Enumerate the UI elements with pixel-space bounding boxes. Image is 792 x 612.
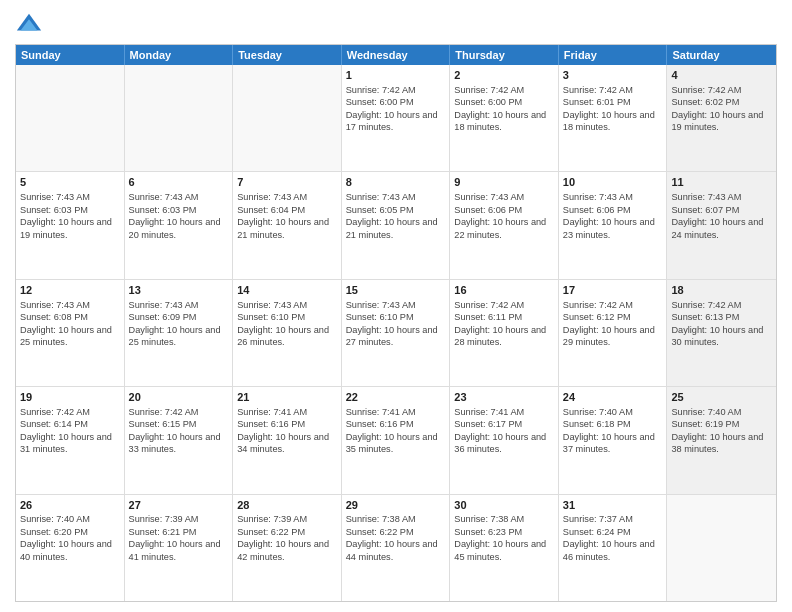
day-number: 3 bbox=[563, 68, 663, 83]
day-info: Sunrise: 7:39 AM Sunset: 6:22 PM Dayligh… bbox=[237, 513, 337, 563]
day-info: Sunrise: 7:42 AM Sunset: 6:14 PM Dayligh… bbox=[20, 406, 120, 456]
weekday-header-thursday: Thursday bbox=[450, 45, 559, 65]
day-cell-7: 7Sunrise: 7:43 AM Sunset: 6:04 PM Daylig… bbox=[233, 172, 342, 278]
day-number: 31 bbox=[563, 498, 663, 513]
day-number: 22 bbox=[346, 390, 446, 405]
day-info: Sunrise: 7:40 AM Sunset: 6:20 PM Dayligh… bbox=[20, 513, 120, 563]
day-cell-19: 19Sunrise: 7:42 AM Sunset: 6:14 PM Dayli… bbox=[16, 387, 125, 493]
logo bbox=[15, 10, 47, 38]
day-info: Sunrise: 7:43 AM Sunset: 6:08 PM Dayligh… bbox=[20, 299, 120, 349]
day-number: 6 bbox=[129, 175, 229, 190]
day-cell-31: 31Sunrise: 7:37 AM Sunset: 6:24 PM Dayli… bbox=[559, 495, 668, 601]
weekday-header-tuesday: Tuesday bbox=[233, 45, 342, 65]
day-info: Sunrise: 7:43 AM Sunset: 6:10 PM Dayligh… bbox=[346, 299, 446, 349]
header bbox=[15, 10, 777, 38]
day-number: 4 bbox=[671, 68, 772, 83]
day-info: Sunrise: 7:42 AM Sunset: 6:00 PM Dayligh… bbox=[454, 84, 554, 134]
day-cell-17: 17Sunrise: 7:42 AM Sunset: 6:12 PM Dayli… bbox=[559, 280, 668, 386]
empty-cell-4-6 bbox=[667, 495, 776, 601]
day-info: Sunrise: 7:38 AM Sunset: 6:23 PM Dayligh… bbox=[454, 513, 554, 563]
day-cell-18: 18Sunrise: 7:42 AM Sunset: 6:13 PM Dayli… bbox=[667, 280, 776, 386]
day-info: Sunrise: 7:43 AM Sunset: 6:07 PM Dayligh… bbox=[671, 191, 772, 241]
day-info: Sunrise: 7:41 AM Sunset: 6:16 PM Dayligh… bbox=[346, 406, 446, 456]
day-cell-10: 10Sunrise: 7:43 AM Sunset: 6:06 PM Dayli… bbox=[559, 172, 668, 278]
day-info: Sunrise: 7:41 AM Sunset: 6:17 PM Dayligh… bbox=[454, 406, 554, 456]
day-number: 2 bbox=[454, 68, 554, 83]
day-cell-24: 24Sunrise: 7:40 AM Sunset: 6:18 PM Dayli… bbox=[559, 387, 668, 493]
day-info: Sunrise: 7:42 AM Sunset: 6:01 PM Dayligh… bbox=[563, 84, 663, 134]
day-number: 21 bbox=[237, 390, 337, 405]
day-number: 23 bbox=[454, 390, 554, 405]
day-number: 10 bbox=[563, 175, 663, 190]
day-info: Sunrise: 7:43 AM Sunset: 6:04 PM Dayligh… bbox=[237, 191, 337, 241]
day-number: 26 bbox=[20, 498, 120, 513]
day-info: Sunrise: 7:43 AM Sunset: 6:06 PM Dayligh… bbox=[563, 191, 663, 241]
day-info: Sunrise: 7:43 AM Sunset: 6:05 PM Dayligh… bbox=[346, 191, 446, 241]
day-cell-23: 23Sunrise: 7:41 AM Sunset: 6:17 PM Dayli… bbox=[450, 387, 559, 493]
day-info: Sunrise: 7:37 AM Sunset: 6:24 PM Dayligh… bbox=[563, 513, 663, 563]
day-cell-4: 4Sunrise: 7:42 AM Sunset: 6:02 PM Daylig… bbox=[667, 65, 776, 171]
day-number: 19 bbox=[20, 390, 120, 405]
day-cell-30: 30Sunrise: 7:38 AM Sunset: 6:23 PM Dayli… bbox=[450, 495, 559, 601]
logo-icon bbox=[15, 10, 43, 38]
day-number: 29 bbox=[346, 498, 446, 513]
day-info: Sunrise: 7:40 AM Sunset: 6:19 PM Dayligh… bbox=[671, 406, 772, 456]
day-cell-27: 27Sunrise: 7:39 AM Sunset: 6:21 PM Dayli… bbox=[125, 495, 234, 601]
calendar-row-4: 26Sunrise: 7:40 AM Sunset: 6:20 PM Dayli… bbox=[16, 494, 776, 601]
day-info: Sunrise: 7:38 AM Sunset: 6:22 PM Dayligh… bbox=[346, 513, 446, 563]
day-info: Sunrise: 7:43 AM Sunset: 6:03 PM Dayligh… bbox=[20, 191, 120, 241]
day-number: 13 bbox=[129, 283, 229, 298]
calendar-row-3: 19Sunrise: 7:42 AM Sunset: 6:14 PM Dayli… bbox=[16, 386, 776, 493]
weekday-header-sunday: Sunday bbox=[16, 45, 125, 65]
calendar-row-1: 5Sunrise: 7:43 AM Sunset: 6:03 PM Daylig… bbox=[16, 171, 776, 278]
day-info: Sunrise: 7:41 AM Sunset: 6:16 PM Dayligh… bbox=[237, 406, 337, 456]
day-cell-8: 8Sunrise: 7:43 AM Sunset: 6:05 PM Daylig… bbox=[342, 172, 451, 278]
day-number: 15 bbox=[346, 283, 446, 298]
day-info: Sunrise: 7:42 AM Sunset: 6:15 PM Dayligh… bbox=[129, 406, 229, 456]
day-number: 12 bbox=[20, 283, 120, 298]
day-cell-3: 3Sunrise: 7:42 AM Sunset: 6:01 PM Daylig… bbox=[559, 65, 668, 171]
day-info: Sunrise: 7:42 AM Sunset: 6:12 PM Dayligh… bbox=[563, 299, 663, 349]
day-number: 17 bbox=[563, 283, 663, 298]
day-info: Sunrise: 7:43 AM Sunset: 6:06 PM Dayligh… bbox=[454, 191, 554, 241]
day-number: 25 bbox=[671, 390, 772, 405]
day-cell-28: 28Sunrise: 7:39 AM Sunset: 6:22 PM Dayli… bbox=[233, 495, 342, 601]
day-info: Sunrise: 7:42 AM Sunset: 6:13 PM Dayligh… bbox=[671, 299, 772, 349]
calendar-row-2: 12Sunrise: 7:43 AM Sunset: 6:08 PM Dayli… bbox=[16, 279, 776, 386]
day-cell-12: 12Sunrise: 7:43 AM Sunset: 6:08 PM Dayli… bbox=[16, 280, 125, 386]
day-cell-13: 13Sunrise: 7:43 AM Sunset: 6:09 PM Dayli… bbox=[125, 280, 234, 386]
empty-cell-0-0 bbox=[16, 65, 125, 171]
day-number: 28 bbox=[237, 498, 337, 513]
weekday-header-monday: Monday bbox=[125, 45, 234, 65]
calendar-row-0: 1Sunrise: 7:42 AM Sunset: 6:00 PM Daylig… bbox=[16, 65, 776, 171]
day-cell-2: 2Sunrise: 7:42 AM Sunset: 6:00 PM Daylig… bbox=[450, 65, 559, 171]
day-cell-14: 14Sunrise: 7:43 AM Sunset: 6:10 PM Dayli… bbox=[233, 280, 342, 386]
day-cell-15: 15Sunrise: 7:43 AM Sunset: 6:10 PM Dayli… bbox=[342, 280, 451, 386]
page: SundayMondayTuesdayWednesdayThursdayFrid… bbox=[0, 0, 792, 612]
day-number: 30 bbox=[454, 498, 554, 513]
day-number: 24 bbox=[563, 390, 663, 405]
weekday-header-saturday: Saturday bbox=[667, 45, 776, 65]
day-cell-5: 5Sunrise: 7:43 AM Sunset: 6:03 PM Daylig… bbox=[16, 172, 125, 278]
day-info: Sunrise: 7:40 AM Sunset: 6:18 PM Dayligh… bbox=[563, 406, 663, 456]
calendar: SundayMondayTuesdayWednesdayThursdayFrid… bbox=[15, 44, 777, 602]
day-cell-16: 16Sunrise: 7:42 AM Sunset: 6:11 PM Dayli… bbox=[450, 280, 559, 386]
day-cell-21: 21Sunrise: 7:41 AM Sunset: 6:16 PM Dayli… bbox=[233, 387, 342, 493]
day-info: Sunrise: 7:43 AM Sunset: 6:09 PM Dayligh… bbox=[129, 299, 229, 349]
day-cell-20: 20Sunrise: 7:42 AM Sunset: 6:15 PM Dayli… bbox=[125, 387, 234, 493]
day-number: 9 bbox=[454, 175, 554, 190]
day-cell-9: 9Sunrise: 7:43 AM Sunset: 6:06 PM Daylig… bbox=[450, 172, 559, 278]
empty-cell-0-2 bbox=[233, 65, 342, 171]
day-info: Sunrise: 7:42 AM Sunset: 6:00 PM Dayligh… bbox=[346, 84, 446, 134]
day-number: 8 bbox=[346, 175, 446, 190]
day-cell-11: 11Sunrise: 7:43 AM Sunset: 6:07 PM Dayli… bbox=[667, 172, 776, 278]
weekday-header-wednesday: Wednesday bbox=[342, 45, 451, 65]
calendar-header: SundayMondayTuesdayWednesdayThursdayFrid… bbox=[16, 45, 776, 65]
day-info: Sunrise: 7:43 AM Sunset: 6:10 PM Dayligh… bbox=[237, 299, 337, 349]
day-info: Sunrise: 7:43 AM Sunset: 6:03 PM Dayligh… bbox=[129, 191, 229, 241]
day-number: 27 bbox=[129, 498, 229, 513]
day-number: 16 bbox=[454, 283, 554, 298]
day-number: 5 bbox=[20, 175, 120, 190]
day-cell-25: 25Sunrise: 7:40 AM Sunset: 6:19 PM Dayli… bbox=[667, 387, 776, 493]
day-info: Sunrise: 7:42 AM Sunset: 6:11 PM Dayligh… bbox=[454, 299, 554, 349]
